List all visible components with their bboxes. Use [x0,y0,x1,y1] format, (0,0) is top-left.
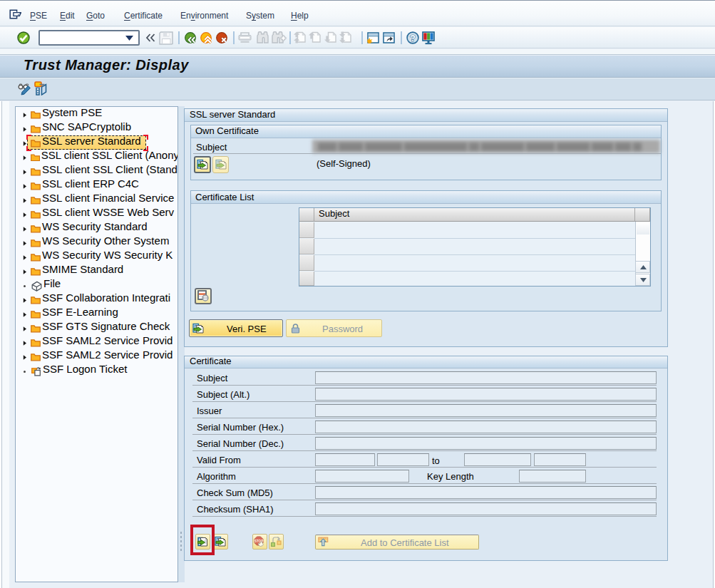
svg-text:?: ? [410,33,416,43]
